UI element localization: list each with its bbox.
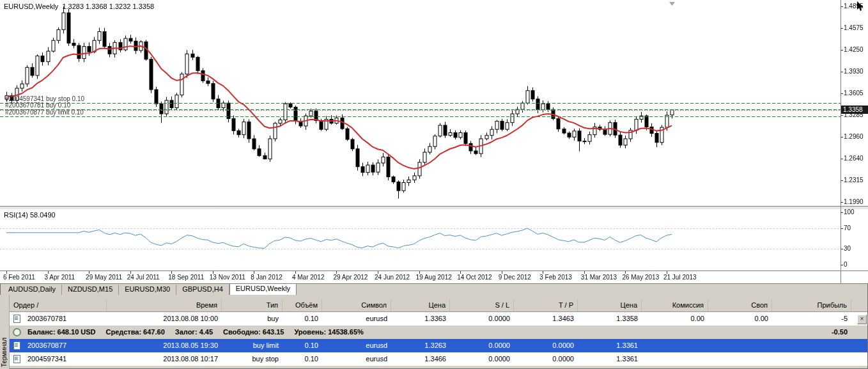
order-row-end (851, 352, 868, 366)
chart-tab-bar: AUDUSD,DailyNZDUSD,M15EURUSD,M30GBPUSD,H… (0, 283, 868, 295)
current-price-badge: 1.3358 (841, 106, 868, 114)
date-axis-label: 24 Jul 2011 (127, 274, 160, 281)
order-sl: 0.0000 (450, 339, 514, 352)
order-current-price: 1.3361 (578, 352, 642, 366)
order-price: 1.3263 (391, 339, 450, 352)
column-header-spacer (851, 299, 868, 311)
column-header-volume[interactable]: Объём (283, 299, 322, 311)
date-axis-label: 24 Jun 2012 (375, 274, 410, 281)
order-icon (13, 355, 20, 363)
order-symbol: eurusd (322, 352, 391, 366)
order-current-price: 1.3361 (578, 339, 642, 352)
chart-tab-eurusd-weekly[interactable]: EURUSD,Weekly (229, 283, 297, 295)
column-header-swap[interactable]: Своп (708, 299, 772, 311)
price-axis-label: 1.4575 (844, 24, 864, 31)
order-line-label: #2003670877 buy limit 0.10 (5, 109, 84, 116)
column-header-price[interactable]: Цена (391, 299, 450, 311)
balance-row-end (851, 326, 868, 339)
date-axis-label: 21 Jul 2013 (663, 274, 697, 281)
column-header-tp[interactable]: T / P (514, 299, 578, 311)
order-symbol: eurusd (322, 339, 391, 352)
date-axis-label: 29 Apr 2012 (333, 274, 368, 281)
order-volume: 0.10 (283, 312, 322, 326)
date-axis-label: 19 Aug 2012 (416, 274, 452, 281)
price-axis-label: 1.2960 (844, 133, 864, 140)
order-row[interactable]: 20045973412013.08.08 10:17buy stop0.10eu… (10, 352, 868, 366)
order-current-price: 1.3358 (578, 312, 642, 326)
column-header-order[interactable]: Ордер / (10, 299, 107, 311)
order-type: buy stop (222, 352, 283, 366)
column-header-commission[interactable]: Комиссия (642, 299, 708, 311)
order-volume: 0.10 (283, 339, 322, 352)
terminal-content: Ордер /ВремяТипОбъёмСимволЦенаS / LT / P… (10, 295, 868, 369)
account-balance-icon (13, 328, 21, 336)
chart-tab-audusd-daily[interactable]: AUDUSD,Daily (3, 285, 62, 295)
order-tp: 1.3463 (514, 312, 578, 326)
order-profit (772, 352, 851, 366)
date-axis-label: 13 Nov 2011 (210, 274, 245, 281)
price-axis-label: 1.2640 (844, 155, 864, 162)
chart-title-symbol: EURUSD,Weekly (4, 3, 58, 10)
order-row-end (851, 339, 868, 352)
price-chart-canvas[interactable] (0, 0, 868, 283)
chart-panel: EURUSD,Weekly1.3283 1.3368 1.3232 1.3358… (0, 0, 868, 283)
balance-segment: Уровень: 14538.65% (294, 328, 363, 336)
chart-tab-eurusd-m30[interactable]: EURUSD,M30 (119, 285, 176, 295)
close-order-button[interactable]: × (857, 315, 867, 324)
order-row[interactable]: 20036707812013.08.08 10:00buy0.10eurusd1… (10, 312, 868, 326)
chart-tab-nzdusd-m15[interactable]: NZDUSD,M15 (62, 285, 119, 295)
order-price: 1.3466 (391, 352, 450, 366)
order-tp: 0.0000 (514, 352, 578, 366)
terminal-caption-strip[interactable]: Терминал (0, 295, 10, 369)
balance-segment: Свободно: 643.15 (223, 328, 284, 336)
order-row-end: × (851, 312, 868, 326)
column-header-symbol[interactable]: Символ (322, 299, 391, 311)
orders-table-header: Ордер /ВремяТипОбъёмСимволЦенаS / LT / P… (10, 299, 868, 312)
order-time: 2013.08.05 19:30 (107, 339, 222, 352)
order-commission (642, 352, 708, 366)
orders-table-body: 20036707812013.08.08 10:00buy0.10eurusd1… (10, 312, 868, 366)
date-axis-label: 3 Feb 2013 (539, 274, 572, 281)
price-axis-label: 1.4250 (844, 46, 864, 53)
order-id: 2004597341 (24, 352, 107, 366)
order-line-label: #2004597341 buy stop 0.10 (5, 95, 84, 102)
order-commission (642, 339, 708, 352)
order-commission: 0.00 (642, 312, 708, 326)
rsi-axis-label: 30 (844, 245, 851, 252)
order-swap (708, 339, 772, 352)
date-axis-label: 3 Apr 2011 (45, 274, 75, 281)
date-axis-label: 29 May 2011 (86, 274, 122, 281)
order-type: buy (222, 312, 283, 326)
balance-profit: -0.50 (772, 326, 851, 339)
order-id: 2003670877 (24, 339, 107, 352)
price-axis-label: 1.3605 (844, 90, 864, 97)
date-axis-label: 8 Jan 2012 (251, 274, 283, 281)
mt4-window: EURUSD,Weekly1.3283 1.3368 1.3232 1.3358… (0, 0, 868, 369)
column-header-sl[interactable]: S / L (450, 299, 514, 311)
order-id: 2003670781 (24, 312, 107, 326)
column-header-type[interactable]: Тип (222, 299, 283, 311)
mouse-cursor (856, 1, 864, 14)
balance-summary: Баланс: 648.10 USDСредства: 647.60Залог:… (24, 326, 772, 339)
date-axis-label: 26 May 2013 (622, 274, 659, 281)
column-header-current[interactable]: Цена (578, 299, 642, 311)
terminal-caption: Терминал (1, 338, 8, 367)
chart-title: EURUSD,Weekly1.3283 1.3368 1.3232 1.3358 (4, 3, 158, 10)
order-symbol: eurusd (322, 312, 391, 326)
balance-row[interactable]: Баланс: 648.10 USDСредства: 647.60Залог:… (10, 326, 868, 339)
order-icon (13, 342, 20, 350)
terminal-top-edge (10, 295, 868, 299)
date-axis-label: 6 Feb 2011 (3, 274, 35, 281)
column-header-profit[interactable]: Прибыль (772, 299, 851, 311)
order-sl: 0.0000 (450, 352, 514, 366)
balance-segment: Средства: 647.60 (106, 328, 165, 336)
chart-tab-gbpusd-h4[interactable]: GBPUSD,H4 (176, 285, 229, 295)
order-row[interactable]: 20036708772013.08.05 19:30buy limit0.10e… (10, 339, 868, 352)
column-header-time[interactable]: Время (107, 299, 222, 311)
price-axis-label: 1.3930 (844, 68, 864, 75)
balance-segment: Залог: 4.45 (175, 328, 213, 336)
order-profit: -5 (772, 312, 851, 326)
order-profit (772, 339, 851, 352)
terminal-filler (10, 366, 868, 369)
order-line-label: #2003670781 buy 0.10 (5, 102, 70, 109)
